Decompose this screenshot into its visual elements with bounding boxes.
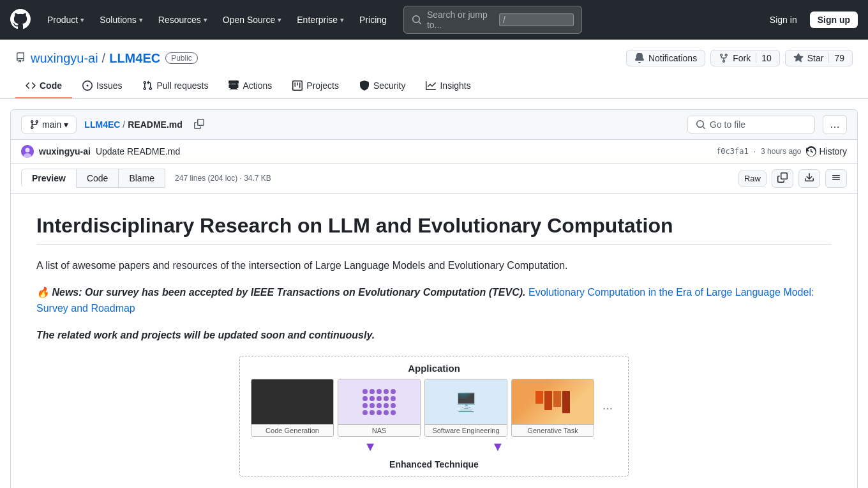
branch-selector[interactable]: main ▾ xyxy=(21,116,77,133)
site-header: Product ▾ Solutions ▾ Resources ▾ Open S… xyxy=(0,0,868,40)
security-icon xyxy=(359,80,370,91)
diagram-title: Application xyxy=(246,363,622,374)
pr-icon xyxy=(142,80,153,91)
diagram-cell-code-gen: Code Generation xyxy=(251,379,334,437)
tab-preview[interactable]: Preview xyxy=(21,169,77,188)
copy-raw-icon xyxy=(777,172,788,183)
goto-file-input[interactable]: Go to file xyxy=(687,116,815,133)
actions-icon xyxy=(228,80,239,91)
download-button[interactable] xyxy=(798,169,820,188)
diagram-cell-gt-label: Generative Task xyxy=(512,424,594,436)
breadcrumb-repo-link[interactable]: LLM4EC xyxy=(84,119,120,130)
readme-diagram: Application xyxy=(36,356,832,477)
nav-solutions[interactable]: Solutions ▾ xyxy=(93,11,149,29)
fork-icon xyxy=(719,53,729,63)
diagram-cell-gt: Generative Task xyxy=(511,379,594,437)
download-icon xyxy=(804,172,814,183)
projects-icon xyxy=(292,80,303,91)
fork-label: Fork xyxy=(733,53,751,63)
chevron-down-icon: ▾ xyxy=(204,16,207,24)
tab-projects[interactable]: Projects xyxy=(282,74,349,98)
outline-button[interactable] xyxy=(825,169,847,188)
breadcrumb-file: README.md xyxy=(128,119,183,130)
diagram-cell-nas-img xyxy=(338,379,420,424)
github-logo[interactable] xyxy=(10,9,31,31)
search-input[interactable]: Search or jump to... / xyxy=(403,6,582,34)
tab-blame[interactable]: Blame xyxy=(118,169,165,188)
readme-content: Interdisciplinary Research on LLM and Ev… xyxy=(10,194,858,488)
readme-paragraph1: A list of awesome papers and resources o… xyxy=(36,257,832,274)
tab-pr-label: Pull requests xyxy=(156,80,208,91)
history-button[interactable]: History xyxy=(806,146,847,156)
code-lines-pattern xyxy=(288,385,296,418)
diagram-arrows: ▼ ▼ xyxy=(246,439,622,454)
tab-security[interactable]: Security xyxy=(349,74,416,98)
raw-button[interactable]: Raw xyxy=(738,171,767,187)
commit-author: wuxingyu-ai xyxy=(39,146,91,156)
notifications-button[interactable]: Notifications xyxy=(626,50,705,66)
notifications-label: Notifications xyxy=(648,53,697,63)
nas-pattern xyxy=(357,384,401,420)
diagram-box: Application xyxy=(239,356,629,477)
insights-icon xyxy=(426,80,436,91)
copy-raw-button[interactable] xyxy=(772,169,793,188)
tab-code-view[interactable]: Code xyxy=(76,169,119,188)
visibility-badge: Public xyxy=(165,52,198,64)
sign-in-button[interactable]: Sign in xyxy=(762,11,805,28)
diagram-cell-nas: NAS xyxy=(338,379,421,437)
readme-title: Interdisciplinary Research on LLM and Ev… xyxy=(36,214,832,245)
commit-message: Update README.md xyxy=(96,146,180,156)
chevron-down-icon: ▾ xyxy=(80,16,84,24)
fork-button[interactable]: Fork 10 xyxy=(710,50,780,66)
arrow-down-left: ▼ xyxy=(364,439,377,454)
main-content: main ▾ LLM4EC / README.md Go to file … w… xyxy=(0,109,868,488)
code-icon xyxy=(26,80,36,91)
diagram-sub-title: Enhanced Technique xyxy=(246,459,622,469)
nav-enterprise[interactable]: Enterprise ▾ xyxy=(290,11,350,29)
repo-header: wuxingyu-ai / LLM4EC Public Notification… xyxy=(0,40,868,99)
branch-chevron: ▾ xyxy=(64,119,68,130)
commit-bar: wuxingyu-ai Update README.md f0c3fa1 · 3… xyxy=(10,140,858,164)
file-view-actions: Raw xyxy=(738,169,847,188)
tab-security-label: Security xyxy=(373,80,406,91)
diagram-cell-code-img xyxy=(251,379,333,424)
diagram-cell-nas-label: NAS xyxy=(338,424,420,436)
diagram-cell-se: 🖥️ Software Engineering xyxy=(424,379,507,437)
commit-time-text: 3 hours ago xyxy=(761,147,801,156)
tab-actions-label: Actions xyxy=(243,80,272,91)
nav-resources[interactable]: Resources ▾ xyxy=(152,11,214,29)
nav-open-source[interactable]: Open Source ▾ xyxy=(216,11,288,29)
commit-time: · xyxy=(754,147,756,156)
header-actions: Sign in Sign up xyxy=(762,11,858,28)
chevron-down-icon: ▾ xyxy=(278,16,281,24)
copy-path-button[interactable] xyxy=(190,118,208,132)
tab-insights[interactable]: Insights xyxy=(415,74,481,98)
nav-product[interactable]: Product ▾ xyxy=(41,11,91,29)
file-view-tabs: Preview Code Blame 247 lines (204 loc) ·… xyxy=(10,164,858,194)
more-options-button[interactable]: … xyxy=(823,115,847,134)
chevron-down-icon: ▾ xyxy=(139,16,143,24)
tab-issues[interactable]: Issues xyxy=(72,74,132,98)
search-kbd: / xyxy=(499,13,574,26)
nav-pricing[interactable]: Pricing xyxy=(353,11,393,29)
diagram-cell-se-label: Software Engineering xyxy=(425,424,507,436)
tab-code[interactable]: Code xyxy=(15,74,72,98)
star-button[interactable]: Star 79 xyxy=(785,50,853,66)
star-icon xyxy=(793,53,804,63)
repo-owner-link[interactable]: wuxingyu-ai xyxy=(31,51,98,66)
se-icon: 🖥️ xyxy=(455,392,477,413)
repo-name-link[interactable]: LLM4EC xyxy=(109,51,160,66)
sign-up-button[interactable]: Sign up xyxy=(810,11,858,28)
file-stats: 247 lines (204 loc) · 34.7 KB xyxy=(175,174,271,183)
diagram-cell-se-img: 🖥️ xyxy=(425,379,507,424)
search-icon xyxy=(696,119,706,130)
arrow-down-right: ▼ xyxy=(491,439,504,454)
search-placeholder: Search or jump to... xyxy=(427,10,494,30)
branch-name: main xyxy=(42,119,61,130)
tab-actions[interactable]: Actions xyxy=(218,74,282,98)
readme-news: 🔥 News: Our survey has been accepted by … xyxy=(36,284,832,317)
breadcrumb: LLM4EC / README.md xyxy=(84,119,182,130)
tab-insights-label: Insights xyxy=(440,80,470,91)
tab-pull-requests[interactable]: Pull requests xyxy=(132,74,218,98)
outline-icon xyxy=(831,172,841,183)
